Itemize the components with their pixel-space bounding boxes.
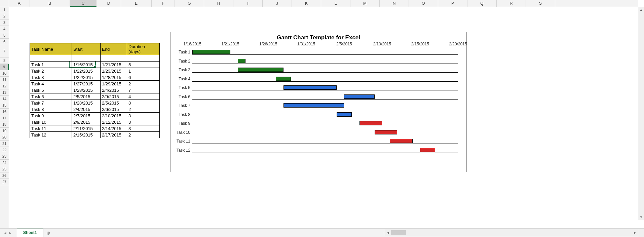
table-row[interactable]: Task 102/9/20152/12/20153 bbox=[30, 119, 160, 125]
table-cell[interactable]: 5 bbox=[127, 62, 160, 68]
table-cell[interactable]: 2/12/2015 bbox=[101, 119, 127, 125]
table-row[interactable]: Task 71/28/20152/5/20158 bbox=[30, 100, 160, 106]
table-header[interactable]: End bbox=[101, 43, 127, 55]
col-header-C[interactable]: C bbox=[70, 0, 97, 7]
row-header-12[interactable]: 12 bbox=[0, 83, 9, 89]
table-cell[interactable]: 3 bbox=[127, 113, 160, 119]
col-header-S[interactable]: S bbox=[526, 0, 555, 7]
table-cell[interactable]: 2/15/2015 bbox=[72, 132, 101, 138]
table-row[interactable]: Task 92/7/20152/10/20153 bbox=[30, 113, 160, 119]
row-header-27[interactable]: 27 bbox=[0, 179, 9, 185]
col-header-B[interactable]: B bbox=[30, 0, 70, 7]
table-cell[interactable]: 1/29/2015 bbox=[101, 81, 127, 87]
table-cell[interactable]: Task 5 bbox=[30, 87, 72, 93]
table-cell[interactable]: 2 bbox=[127, 81, 160, 87]
scroll-down-arrow-icon[interactable]: ▼ bbox=[638, 214, 644, 220]
row-header-26[interactable]: 26 bbox=[0, 172, 9, 179]
table-cell[interactable]: 8 bbox=[127, 100, 160, 106]
col-header-P[interactable]: P bbox=[438, 0, 467, 7]
hscroll-thumb[interactable] bbox=[391, 230, 406, 235]
table-row[interactable]: Task 21/22/20151/23/20151 bbox=[30, 68, 160, 74]
table-cell[interactable]: 2/9/2015 bbox=[101, 93, 127, 100]
table-cell[interactable]: 2/9/2015 bbox=[72, 119, 101, 125]
col-header-M[interactable]: M bbox=[350, 0, 380, 7]
col-header-G[interactable]: G bbox=[175, 0, 204, 7]
table-cell[interactable]: Task 6 bbox=[30, 93, 72, 100]
col-header-L[interactable]: L bbox=[321, 0, 350, 7]
table-cell[interactable]: 2/7/2015 bbox=[72, 113, 101, 119]
table-cell[interactable]: 2/5/2015 bbox=[72, 93, 101, 100]
table-header[interactable]: Duration (days) bbox=[127, 43, 160, 55]
table-cell[interactable]: Task 10 bbox=[30, 119, 72, 125]
table-cell[interactable]: Task 11 bbox=[30, 125, 72, 132]
row-header-5[interactable]: 5 bbox=[0, 32, 9, 39]
table-cell[interactable]: Task 12 bbox=[30, 132, 72, 138]
vertical-scrollbar[interactable]: ▲ ▼ bbox=[638, 7, 644, 220]
table-cell[interactable]: 6 bbox=[127, 74, 160, 81]
table-cell[interactable]: 7 bbox=[127, 87, 160, 93]
table-cell[interactable]: 1/27/2015 bbox=[72, 81, 101, 87]
table-cell[interactable]: 2/14/2015 bbox=[101, 125, 127, 132]
row-header-2[interactable]: 2 bbox=[0, 13, 9, 19]
row-header-14[interactable]: 14 bbox=[0, 96, 9, 102]
row-header-22[interactable]: 22 bbox=[0, 147, 9, 153]
row-header-4[interactable]: 4 bbox=[0, 26, 9, 32]
table-row[interactable]: Task 31/22/20151/28/20156 bbox=[30, 74, 160, 81]
row-headers[interactable]: 1234567891011121314151617181920212223242… bbox=[0, 7, 9, 228]
table-cell[interactable]: 2 bbox=[127, 106, 160, 113]
row-header-21[interactable]: 21 bbox=[0, 141, 9, 147]
table-cell[interactable]: Task 8 bbox=[30, 106, 72, 113]
table-cell[interactable]: 2 bbox=[127, 132, 160, 138]
table-row[interactable]: Task 51/28/20152/4/20157 bbox=[30, 87, 160, 93]
cell-grid[interactable]: Task NameStartEndDuration (days)Task 11/… bbox=[9, 7, 638, 220]
table-cell[interactable]: 1/28/2015 bbox=[101, 74, 127, 81]
row-header-25[interactable]: 25 bbox=[0, 166, 9, 172]
table-cell[interactable]: 1/22/2015 bbox=[72, 74, 101, 81]
table-cell[interactable]: Task 2 bbox=[30, 68, 72, 74]
table-cell[interactable]: 1/28/2015 bbox=[72, 100, 101, 106]
row-header-19[interactable]: 19 bbox=[0, 128, 9, 134]
table-row[interactable]: Task 122/15/20152/17/20152 bbox=[30, 132, 160, 138]
col-header-O[interactable]: O bbox=[409, 0, 438, 7]
row-header-17[interactable]: 17 bbox=[0, 115, 9, 121]
col-header-J[interactable]: J bbox=[263, 0, 292, 7]
scroll-right-arrow-icon[interactable]: ▶ bbox=[632, 231, 638, 234]
table-cell[interactable]: 4 bbox=[127, 93, 160, 100]
col-header-H[interactable]: H bbox=[204, 0, 233, 7]
empty-cell[interactable] bbox=[72, 55, 101, 62]
row-header-20[interactable]: 20 bbox=[0, 134, 9, 141]
table-cell[interactable]: Task 3 bbox=[30, 74, 72, 81]
table-cell[interactable]: 1/16/2015 bbox=[72, 62, 101, 68]
sheet-prev-icon[interactable]: ◄ bbox=[3, 231, 7, 235]
table-cell[interactable]: 1/21/2015 bbox=[101, 62, 127, 68]
col-header-A[interactable]: A bbox=[9, 0, 30, 7]
col-header-R[interactable]: R bbox=[497, 0, 526, 7]
col-header-E[interactable]: E bbox=[121, 0, 152, 7]
table-cell[interactable]: Task 1 bbox=[30, 62, 72, 68]
scroll-left-arrow-icon[interactable]: ◀ bbox=[385, 231, 391, 234]
sheet-tab-active[interactable]: Sheet1 bbox=[17, 229, 43, 237]
col-header-N[interactable]: N bbox=[380, 0, 409, 7]
row-header-11[interactable]: 11 bbox=[0, 77, 9, 83]
table-cell[interactable]: 1 bbox=[127, 68, 160, 74]
row-header-13[interactable]: 13 bbox=[0, 89, 9, 96]
row-header-6[interactable]: 6 bbox=[0, 39, 9, 45]
table-cell[interactable]: 2/5/2015 bbox=[101, 100, 127, 106]
empty-cell[interactable] bbox=[101, 55, 127, 62]
empty-cell[interactable] bbox=[127, 55, 160, 62]
col-header-F[interactable]: F bbox=[152, 0, 175, 7]
row-header-18[interactable]: 18 bbox=[0, 121, 9, 128]
row-header-8[interactable]: 8 bbox=[0, 57, 9, 64]
table-cell[interactable]: 2/17/2015 bbox=[101, 132, 127, 138]
table-cell[interactable]: 2/4/2015 bbox=[101, 87, 127, 93]
select-all-corner[interactable] bbox=[0, 0, 9, 7]
row-header-16[interactable]: 16 bbox=[0, 109, 9, 115]
table-cell[interactable]: Task 7 bbox=[30, 100, 72, 106]
col-header-I[interactable]: I bbox=[233, 0, 263, 7]
col-header-K[interactable]: K bbox=[292, 0, 321, 7]
table-header[interactable]: Start bbox=[72, 43, 101, 55]
table-row[interactable]: Task 41/27/20151/29/20152 bbox=[30, 81, 160, 87]
table-cell[interactable]: 3 bbox=[127, 119, 160, 125]
col-header-Q[interactable]: Q bbox=[467, 0, 497, 7]
table-cell[interactable]: 1/23/2015 bbox=[101, 68, 127, 74]
